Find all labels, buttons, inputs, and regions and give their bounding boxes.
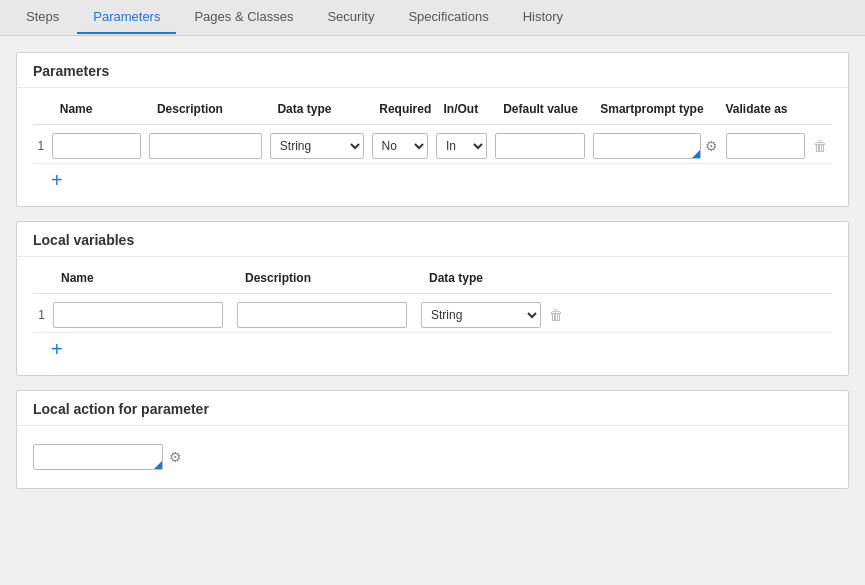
- parameters-section-body: Name Description Data type Required In/O…: [17, 88, 848, 206]
- tab-steps[interactable]: Steps: [10, 1, 75, 34]
- parameters-section: Parameters Name Description Data type Re…: [16, 52, 849, 207]
- tab-history[interactable]: History: [507, 1, 579, 34]
- lv-delete-wrap: 🗑: [549, 307, 569, 323]
- lv-row-number: 1: [33, 308, 53, 322]
- param-defval-field-wrap: [495, 133, 584, 159]
- lv-datatype-select[interactable]: String Integer Boolean Date Decimal: [421, 302, 541, 328]
- param-desc-field-wrap: [149, 133, 262, 159]
- la-corner-triangle-icon: [154, 461, 162, 469]
- param-validateas-input[interactable]: [726, 133, 806, 159]
- local-action-section-title: Local action for parameter: [17, 391, 848, 426]
- param-dtype-field-wrap: String Integer Boolean Date Decimal: [270, 133, 364, 159]
- table-row: 1 String Integer Boolean Date Decimal: [33, 125, 832, 164]
- main-content: Parameters Name Description Data type Re…: [0, 36, 865, 519]
- local-action-section: Local action for parameter ⚙: [16, 390, 849, 489]
- lv-header-description: Description: [245, 271, 415, 285]
- lv-name-input[interactable]: [53, 302, 223, 328]
- lv-name-field-wrap: [53, 302, 223, 328]
- lv-desc-input[interactable]: [237, 302, 407, 328]
- gear-icon[interactable]: ⚙: [705, 138, 718, 154]
- add-localvar-button[interactable]: +: [33, 333, 63, 361]
- param-inout-select[interactable]: In Out Both: [436, 133, 488, 159]
- lv-table-header: Name Description Data type: [33, 267, 832, 294]
- param-smartprompt-field-wrap: ⚙: [593, 133, 718, 159]
- params-header-description: Description: [157, 102, 270, 116]
- table-row: 1 String Integer Boolean Date Decimal: [33, 294, 832, 333]
- tab-pages-classes[interactable]: Pages & Classes: [178, 1, 309, 34]
- param-name-field-wrap: [52, 133, 141, 159]
- param-desc-input[interactable]: [149, 133, 262, 159]
- local-action-row: ⚙: [33, 436, 832, 474]
- add-parameter-button[interactable]: +: [33, 164, 63, 192]
- lv-dtype-field-wrap: String Integer Boolean Date Decimal: [421, 302, 541, 328]
- local-variables-section-body: Name Description Data type 1 String Inte…: [17, 257, 848, 375]
- tab-security[interactable]: Security: [311, 1, 390, 34]
- param-validate-field-wrap: [726, 133, 806, 159]
- delete-row-icon[interactable]: 🗑: [813, 138, 827, 154]
- params-header-defaultvalue: Default value: [503, 102, 592, 116]
- lv-delete-row-icon[interactable]: 🗑: [549, 307, 563, 323]
- param-required-field-wrap: No Yes: [372, 133, 428, 159]
- tab-bar: Steps Parameters Pages & Classes Securit…: [0, 0, 865, 36]
- param-smartprompt-input[interactable]: [593, 133, 701, 159]
- params-header-name: Name: [60, 102, 149, 116]
- local-action-input-wrap: [33, 444, 163, 470]
- params-header-inout: In/Out: [444, 102, 496, 116]
- local-variables-section: Local variables Name Description Data ty…: [16, 221, 849, 376]
- lv-header-name: Name: [61, 271, 231, 285]
- lv-header-datatype: Data type: [429, 271, 549, 285]
- row-number: 1: [33, 139, 52, 153]
- local-action-section-body: ⚙: [17, 426, 848, 488]
- param-delete-wrap: 🗑: [813, 138, 832, 154]
- parameters-table-header: Name Description Data type Required In/O…: [33, 98, 832, 125]
- params-header-required: Required: [379, 102, 435, 116]
- param-defaultvalue-input[interactable]: [495, 133, 584, 159]
- params-header-smartprompt: Smartprompt type: [600, 102, 717, 116]
- corner-triangle-icon: [692, 150, 700, 158]
- param-required-select[interactable]: No Yes: [372, 133, 428, 159]
- params-header-validateas: Validate as: [726, 102, 806, 116]
- parameters-section-title: Parameters: [17, 53, 848, 88]
- tab-specifications[interactable]: Specifications: [392, 1, 504, 34]
- param-inout-field-wrap: In Out Both: [436, 133, 488, 159]
- la-gear-icon[interactable]: ⚙: [169, 449, 182, 465]
- lv-desc-field-wrap: [237, 302, 407, 328]
- param-datatype-select[interactable]: String Integer Boolean Date Decimal: [270, 133, 364, 159]
- local-action-input[interactable]: [33, 444, 163, 470]
- param-name-input[interactable]: [52, 133, 141, 159]
- params-header-datatype: Data type: [277, 102, 371, 116]
- local-variables-section-title: Local variables: [17, 222, 848, 257]
- tab-parameters[interactable]: Parameters: [77, 1, 176, 34]
